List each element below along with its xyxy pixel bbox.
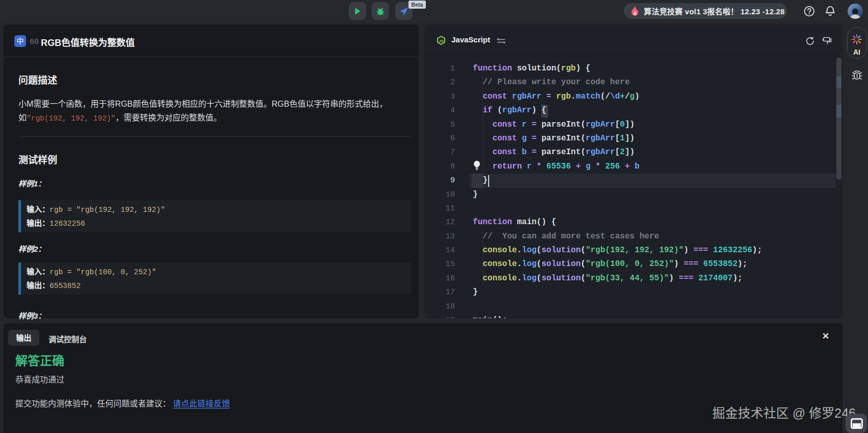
svg-text:JS: JS: [439, 39, 444, 43]
